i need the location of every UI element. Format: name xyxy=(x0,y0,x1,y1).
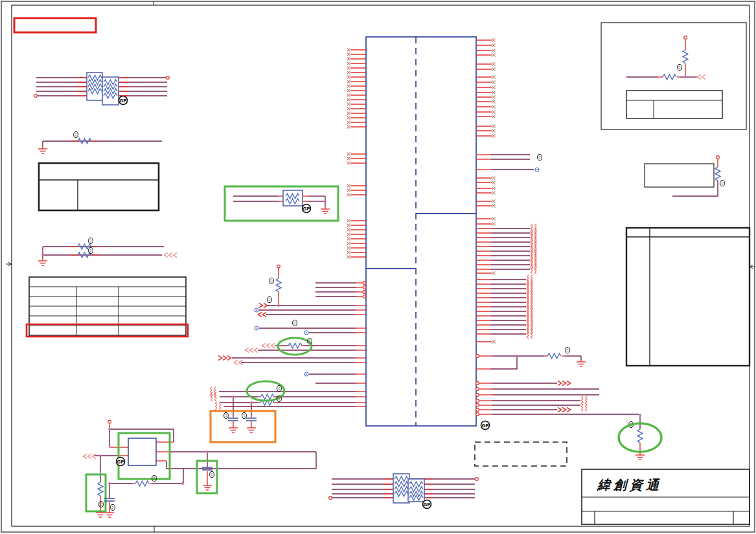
no-connect-x-icon xyxy=(347,120,350,124)
no-connect-x-icon xyxy=(492,43,495,47)
green-highlight-box xyxy=(86,474,106,511)
offpage-zigzag-icon xyxy=(531,260,536,269)
resistor-pack-bottom: GP xyxy=(329,474,479,509)
resistor-icon xyxy=(547,353,561,359)
title-block: 緯創資通 xyxy=(582,469,750,524)
no-connect-x-icon xyxy=(492,49,495,52)
designator-mark xyxy=(720,180,725,186)
no-connect-x-icon xyxy=(347,98,350,101)
no-connect-x-icon xyxy=(492,53,495,56)
schematic-page: GP GP GP xyxy=(0,0,756,534)
offpage-chevron-icon xyxy=(92,454,96,458)
designator-mark xyxy=(268,296,272,302)
offpage-chevron-icon xyxy=(245,348,249,352)
svg-text:GP: GP xyxy=(424,502,431,507)
offpage-chevron-icon xyxy=(223,355,227,360)
designator-mark xyxy=(74,131,78,137)
gp-badge: GP xyxy=(303,205,311,213)
offpage-chevron-icon xyxy=(558,407,562,412)
power-terminal-icon xyxy=(716,156,720,159)
junction-dot xyxy=(516,355,518,357)
offpage-chevron-icon xyxy=(567,407,571,412)
offpage-zigzag-icon xyxy=(527,320,533,329)
junction-dot xyxy=(206,451,209,453)
junction-dot xyxy=(639,414,641,416)
junction-dot xyxy=(684,76,687,78)
junction-dot xyxy=(181,482,184,485)
no-connect-x-icon xyxy=(492,62,495,65)
offpage-chevron-icon xyxy=(83,454,87,458)
no-connect-x-icon xyxy=(347,152,350,155)
no-connect-x-icon xyxy=(347,255,350,258)
offpage-zigzag-icon xyxy=(527,307,533,316)
no-connect-x-icon xyxy=(347,219,350,222)
no-connect-x-icon xyxy=(347,52,350,56)
no-connect-x-icon xyxy=(492,186,495,190)
designator-mark xyxy=(678,64,682,70)
offpage-zigzag-icon xyxy=(527,289,533,298)
no-connect-x-icon xyxy=(492,191,495,194)
pull-resistor-row xyxy=(38,131,162,153)
no-connect-x-icon xyxy=(347,188,350,192)
net-terminal-icon xyxy=(476,413,479,416)
net-terminal-icon xyxy=(476,388,479,391)
ground-icon xyxy=(577,360,586,366)
no-connect-x-icon xyxy=(492,340,495,343)
net-terminal-icon xyxy=(476,399,479,403)
note-box xyxy=(645,164,714,187)
no-connect-x-icon xyxy=(347,107,350,110)
offpage-zigzag-icon xyxy=(527,325,533,334)
designator-mark xyxy=(111,504,115,510)
offpage-zigzag-icon xyxy=(215,402,221,411)
resistor-icon xyxy=(276,278,281,292)
resistor-icon xyxy=(683,50,688,63)
wires xyxy=(491,155,640,429)
designator-mark xyxy=(566,347,570,353)
no-connect-x-icon xyxy=(492,217,495,220)
no-connect-x-icon xyxy=(347,71,350,74)
resistor-icon xyxy=(135,481,149,486)
offpage-chevron-icon xyxy=(259,303,263,307)
offpage-chevron-icon xyxy=(87,454,91,458)
pin-segments xyxy=(476,155,640,453)
designator-mark xyxy=(89,247,93,253)
no-connect-x-icon xyxy=(347,89,350,92)
net-terminal-icon xyxy=(476,394,479,397)
no-connect-x-icon xyxy=(347,66,350,69)
no-connect-x-icon xyxy=(492,181,495,184)
main-ic: GP xyxy=(347,37,536,430)
offpage-chevron-icon xyxy=(254,348,258,352)
offpage-zigzag-icon xyxy=(527,316,533,325)
no-connect-x-icon xyxy=(492,134,495,137)
no-connect-x-icon xyxy=(492,95,495,98)
no-connect-x-icon xyxy=(492,67,495,71)
gp-badge: GP xyxy=(423,500,431,509)
no-connect-x-icon xyxy=(492,75,495,78)
offpage-chevron-icon xyxy=(271,343,275,348)
red-highlight-row xyxy=(27,324,188,337)
offpage-chevron-icon xyxy=(262,343,266,348)
net-terminal-icon xyxy=(475,478,479,481)
offpage-chevron-icon xyxy=(697,74,701,79)
resistor-icon xyxy=(715,167,720,181)
orange-box-cluster xyxy=(210,381,366,442)
net-terminal-icon xyxy=(476,355,479,358)
green-highlight-box-1: GP xyxy=(225,186,338,221)
no-connect-x-icon xyxy=(492,80,495,83)
no-connect-x-icon xyxy=(347,111,350,115)
right-table xyxy=(626,228,750,366)
junction-dot xyxy=(108,482,111,485)
offpage-zigzag-icon xyxy=(531,238,536,247)
svg-text:GP: GP xyxy=(117,460,124,465)
net-terminal-icon xyxy=(363,282,366,285)
resistor-icon xyxy=(260,394,274,399)
offpage-chevron-icon xyxy=(173,252,177,257)
ic-body xyxy=(366,37,476,426)
junction-dot xyxy=(99,454,102,457)
ground-icon xyxy=(203,484,212,490)
no-connect-x-icon xyxy=(347,116,350,119)
offpage-chevron-icon xyxy=(218,355,222,360)
capacitor-icon xyxy=(228,418,238,421)
ground-icon xyxy=(38,259,47,265)
offpage-zigzag-icon xyxy=(531,247,536,256)
